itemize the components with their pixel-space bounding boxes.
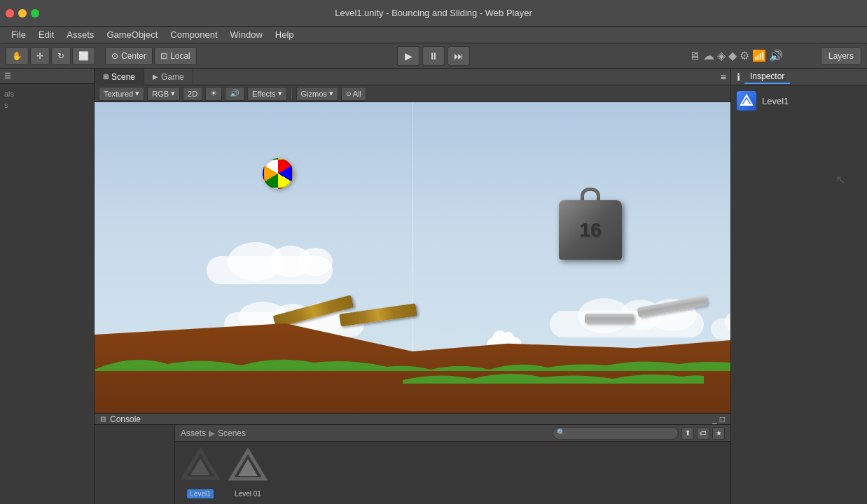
inspector-header: ℹ Inspector bbox=[731, 69, 867, 85]
2d-button[interactable]: 2D bbox=[183, 87, 202, 101]
toolbar-separator bbox=[291, 88, 292, 99]
color-mode-arrow: ▾ bbox=[171, 89, 175, 98]
inspector-icon: ℹ bbox=[737, 71, 740, 83]
center-button[interactable]: ⊙ Center bbox=[105, 47, 153, 65]
breadcrumb-separator: ▶ bbox=[209, 428, 215, 438]
asset-item-level01[interactable]: Level 01 bbox=[228, 448, 268, 498]
play-controls: ▶ ⏸ ⏭ bbox=[397, 46, 470, 66]
tab-game[interactable]: ▶ Game bbox=[144, 69, 193, 85]
console-label: Console bbox=[110, 414, 141, 424]
effects-dropdown[interactable]: Effects ▾ bbox=[247, 87, 286, 101]
menu-assets[interactable]: Assets bbox=[61, 28, 99, 41]
unity-icon: ◆ bbox=[728, 49, 737, 62]
assets-search-input[interactable] bbox=[553, 427, 679, 440]
step-button[interactable]: ⏭ bbox=[448, 46, 470, 66]
console-minimize[interactable]: _ bbox=[712, 414, 717, 424]
close-button[interactable] bbox=[6, 9, 14, 18]
level1-logo bbox=[740, 94, 754, 108]
weight-body: 16 bbox=[559, 200, 622, 260]
render-mode-dropdown[interactable]: Textured ▾ bbox=[99, 87, 144, 101]
effects-arrow: ▾ bbox=[278, 89, 282, 98]
wifi-icon: 📶 bbox=[752, 49, 766, 62]
right-panel: ℹ Inspector Level1 ↖ bbox=[730, 69, 867, 504]
sidebar-item-2: s bbox=[4, 101, 90, 109]
maximize-button[interactable] bbox=[31, 9, 39, 18]
monitor-icon: 🖥 bbox=[689, 50, 700, 62]
menu-file[interactable]: File bbox=[6, 28, 32, 41]
osx-window-controls[interactable] bbox=[6, 9, 39, 18]
beach-ball bbox=[263, 158, 293, 189]
menu-help[interactable]: Help bbox=[270, 28, 300, 41]
hand-tool[interactable]: ✋ bbox=[6, 47, 29, 65]
menu-gameobject[interactable]: GameObject bbox=[101, 28, 163, 41]
unity-logo-1 bbox=[181, 447, 220, 486]
lighting-button[interactable]: ☀ bbox=[205, 87, 222, 101]
sidebar-content: als s bbox=[0, 84, 94, 115]
assets-toolbar: Assets ▶ Scenes 🔍 ⬆ 🏷 ★ bbox=[175, 425, 730, 442]
bottom-area: ⊟ Console _ □ Assets ▶ Scenes bbox=[95, 413, 730, 504]
pause-button[interactable]: ⏸ bbox=[422, 46, 445, 66]
menu-edit[interactable]: Edit bbox=[33, 28, 60, 41]
local-icon: ⊡ bbox=[160, 51, 167, 61]
assets-icon-1[interactable]: ⬆ bbox=[681, 427, 694, 440]
all-dropdown[interactable]: ⊙ All bbox=[341, 87, 366, 101]
scene-tab-icon: ⊞ bbox=[103, 73, 109, 80]
center-icon: ⊙ bbox=[111, 51, 118, 61]
audio-button[interactable]: 🔊 bbox=[225, 87, 244, 101]
bottom-right-panel: Assets ▶ Scenes 🔍 ⬆ 🏷 ★ bbox=[175, 425, 730, 504]
menu-component[interactable]: Component bbox=[165, 28, 223, 41]
sidebar-collapse-icon[interactable]: ☰ bbox=[4, 71, 11, 80]
center-area: ⊞ Scene ▶ Game ≡ Textured ▾ RGB ▾ 2D ☀ bbox=[95, 69, 730, 504]
search-icon: 🔍 bbox=[557, 428, 565, 436]
scene-viewport[interactable]: 16 bbox=[95, 102, 730, 413]
breadcrumb-scenes[interactable]: Scenes bbox=[218, 428, 246, 438]
left-sidebar: ☰ als s bbox=[0, 69, 95, 504]
move-tool[interactable]: ✛ bbox=[30, 47, 50, 65]
dropbox-icon: ◈ bbox=[717, 49, 726, 62]
breadcrumb-assets[interactable]: Assets bbox=[181, 428, 206, 438]
console-maximize[interactable]: □ bbox=[720, 414, 725, 424]
sidebar-item: als bbox=[4, 90, 90, 98]
slider-bar-1 bbox=[585, 314, 634, 323]
gizmos-arrow: ▾ bbox=[329, 89, 333, 98]
assets-icon-3[interactable]: ★ bbox=[712, 427, 725, 440]
console-bar: ⊟ Console _ □ bbox=[95, 414, 730, 425]
scene-game-tabs: ⊞ Scene ▶ Game ≡ bbox=[95, 69, 730, 85]
console-icon: ⊟ bbox=[100, 415, 106, 423]
volume-icon: 🔊 bbox=[769, 49, 783, 62]
asset-label-level01: Level 01 bbox=[235, 490, 261, 498]
game-tab-icon: ▶ bbox=[153, 73, 158, 80]
transform-tools: ✋ ✛ ↻ ⬜ bbox=[6, 47, 95, 65]
tab-scene[interactable]: ⊞ Scene bbox=[95, 69, 144, 85]
asset-icon-level01 bbox=[228, 448, 268, 487]
asset-item-level1[interactable]: Level1 bbox=[181, 447, 220, 498]
minimize-button[interactable] bbox=[18, 9, 27, 18]
tab-inspector[interactable]: Inspector bbox=[744, 70, 790, 84]
render-mode-arrow: ▾ bbox=[135, 89, 139, 98]
cloud-icon: ☁ bbox=[703, 49, 714, 62]
gizmos-dropdown[interactable]: Gizmos ▾ bbox=[296, 87, 338, 101]
scale-tool[interactable]: ⬜ bbox=[72, 47, 95, 65]
play-button[interactable]: ▶ bbox=[397, 46, 419, 66]
local-button[interactable]: ⊡ Local bbox=[154, 47, 197, 65]
layers-button[interactable]: Layers bbox=[821, 47, 861, 65]
asset-label-level1: Level1 bbox=[187, 489, 213, 498]
bottom-left-panel bbox=[95, 425, 175, 504]
unity-logo-2 bbox=[228, 448, 268, 487]
weight-number: 16 bbox=[579, 219, 601, 241]
menu-window[interactable]: Window bbox=[225, 28, 268, 41]
cursor-indicator: ↖ bbox=[835, 172, 846, 188]
assets-content: Level1 Level 01 bbox=[175, 442, 730, 504]
rotate-tool[interactable]: ↻ bbox=[51, 47, 71, 65]
pivot-controls: ⊙ Center ⊡ Local bbox=[105, 47, 197, 65]
scene-panel-menu[interactable]: ≡ bbox=[721, 71, 726, 83]
assets-icon-2[interactable]: 🏷 bbox=[697, 427, 709, 440]
sidebar-header: ☰ bbox=[0, 69, 94, 84]
color-mode-dropdown[interactable]: RGB ▾ bbox=[147, 87, 180, 101]
level1-unity-icon bbox=[737, 91, 756, 111]
all-icon: ⊙ bbox=[346, 90, 352, 97]
asset-icon-level1 bbox=[181, 447, 220, 486]
window-title: Level1.unity - Bouncing and Sliding - We… bbox=[335, 8, 532, 18]
toolbar: ✋ ✛ ↻ ⬜ ⊙ Center ⊡ Local 🖥 ☁ ◈ ◆ ⚙ 📶 🔊 ▶… bbox=[0, 43, 867, 69]
main-area: ☰ als s ⊞ Scene ▶ Game ≡ Textured bbox=[0, 69, 867, 504]
